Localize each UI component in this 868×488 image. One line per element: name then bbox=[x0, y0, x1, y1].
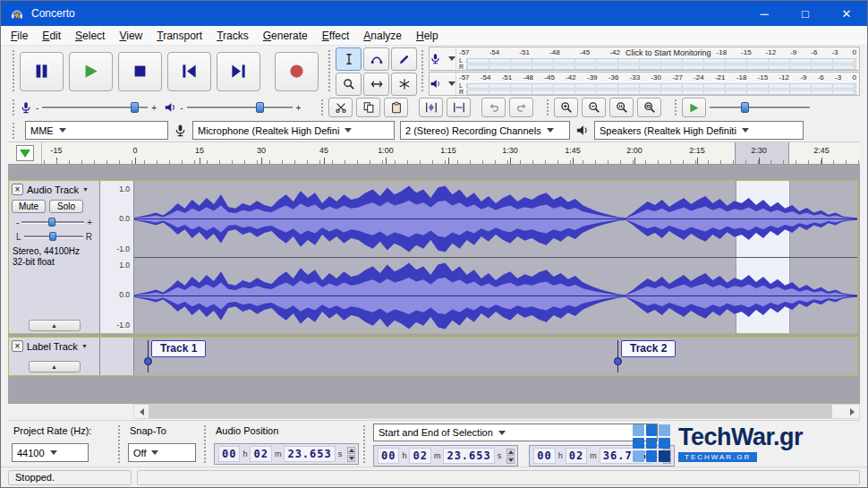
minutes-value[interactable]: 02 bbox=[409, 448, 430, 464]
playback-device-select[interactable]: Speakers (Realtek High Definiti bbox=[594, 121, 804, 140]
transport-toolbar-grip[interactable] bbox=[12, 49, 16, 93]
scroll-left-button[interactable] bbox=[134, 405, 149, 418]
undo-button[interactable] bbox=[481, 98, 506, 117]
monitor-text[interactable]: Click to Start Monitoring bbox=[625, 48, 711, 57]
time-spinner[interactable] bbox=[347, 447, 355, 462]
menu-tracks[interactable]: Tracks bbox=[209, 27, 256, 45]
slider-thumb[interactable] bbox=[256, 102, 264, 113]
meter-toolbar-grip[interactable] bbox=[421, 49, 425, 93]
zoom-in-button[interactable] bbox=[554, 98, 578, 117]
maximize-button[interactable]: □ bbox=[785, 1, 826, 26]
waveform-display[interactable] bbox=[134, 181, 857, 333]
seconds-value[interactable]: 23.653 bbox=[443, 448, 494, 464]
audio-position-field[interactable]: 00h 02m 23.653s bbox=[214, 443, 359, 465]
label-handle-icon[interactable] bbox=[144, 357, 152, 365]
scrollbar-gutter[interactable] bbox=[832, 405, 845, 418]
menu-help[interactable]: Help bbox=[409, 27, 446, 45]
edit-toolbar-grip[interactable] bbox=[320, 98, 325, 116]
recording-volume-slider[interactable] bbox=[42, 101, 148, 114]
recording-meter[interactable]: -57-54-51-48-45-42 Click to Start Monito… bbox=[429, 47, 860, 71]
collapse-track-button[interactable]: ▲ bbox=[29, 320, 81, 331]
toolbar-grip[interactable] bbox=[117, 424, 122, 465]
minimize-button[interactable]: ─ bbox=[744, 1, 785, 26]
play-speed-slider[interactable] bbox=[710, 101, 810, 114]
pan-thumb[interactable] bbox=[49, 232, 56, 241]
pinned-playhead-icon[interactable] bbox=[20, 150, 30, 158]
device-toolbar-grip[interactable] bbox=[12, 122, 16, 139]
trim-audio-button[interactable] bbox=[419, 98, 443, 117]
close-track-button[interactable]: × bbox=[12, 184, 23, 195]
recording-device-select[interactable]: Microphone (Realtek High Defini bbox=[192, 121, 395, 140]
selection-mode-select[interactable]: Start and End of Selection bbox=[373, 424, 658, 441]
audio-host-select[interactable]: MME bbox=[25, 121, 168, 140]
gain-thumb[interactable] bbox=[48, 218, 55, 227]
selection-tool-button[interactable] bbox=[336, 47, 362, 71]
mute-button[interactable]: Mute bbox=[12, 200, 46, 213]
play-at-speed-grip[interactable] bbox=[674, 98, 678, 116]
mixer-toolbar-grip[interactable] bbox=[12, 98, 16, 116]
menu-transport[interactable]: Transport bbox=[149, 27, 209, 45]
recording-meter-dropdown[interactable] bbox=[430, 47, 456, 70]
toolbar-grip[interactable] bbox=[362, 424, 367, 465]
seconds-value[interactable]: 23.653 bbox=[284, 446, 335, 462]
recording-channels-select[interactable]: 2 (Stereo) Recording Channels bbox=[400, 121, 570, 140]
zoom-toolbar-grip[interactable] bbox=[546, 98, 550, 116]
close-button[interactable]: ✕ bbox=[826, 1, 867, 26]
playback-meter[interactable]: -57-54-51-48-45-42-39-36-33-30-27-24-21-… bbox=[429, 72, 860, 96]
menu-edit[interactable]: Edit bbox=[35, 27, 68, 45]
play-button[interactable] bbox=[69, 52, 113, 91]
collapse-track-button[interactable]: ▲ bbox=[29, 361, 81, 372]
minutes-value[interactable]: 02 bbox=[566, 448, 587, 464]
vertical-scale-ruler[interactable]: 1.0 0.0 -1.0 1.0 0.0 -1.0 bbox=[100, 181, 134, 333]
pan-slider[interactable] bbox=[24, 231, 83, 242]
spin-up-icon[interactable] bbox=[347, 447, 355, 454]
label-flag[interactable]: Track 2 bbox=[617, 340, 676, 374]
multi-tool-button[interactable] bbox=[391, 73, 417, 96]
label-text[interactable]: Track 1 bbox=[151, 340, 206, 357]
gain-slider[interactable] bbox=[21, 217, 84, 227]
envelope-tool-button[interactable] bbox=[363, 47, 389, 71]
menu-effect[interactable]: Effect bbox=[315, 27, 356, 45]
track-menu-arrow-icon[interactable]: ▼ bbox=[82, 186, 89, 193]
scroll-right-button[interactable] bbox=[845, 405, 859, 418]
copy-button[interactable] bbox=[356, 98, 380, 117]
track-menu-arrow-icon[interactable]: ▼ bbox=[81, 343, 88, 349]
close-track-button[interactable]: × bbox=[12, 340, 23, 352]
menu-view[interactable]: View bbox=[112, 27, 149, 45]
label-handle-icon[interactable] bbox=[614, 357, 622, 365]
spin-down-icon[interactable] bbox=[506, 457, 515, 464]
track-title[interactable]: Label Track bbox=[27, 341, 78, 352]
solo-button[interactable]: Solo bbox=[49, 200, 83, 213]
selection-start-field[interactable]: 00h 02m 23.653s bbox=[373, 445, 518, 467]
zoom-to-selection-button[interactable] bbox=[609, 98, 634, 117]
hours-value[interactable]: 00 bbox=[218, 446, 240, 462]
slider-thumb[interactable] bbox=[741, 102, 749, 113]
hours-value[interactable]: 00 bbox=[378, 448, 399, 464]
quick-play-box[interactable] bbox=[8, 142, 42, 164]
spin-down-icon[interactable] bbox=[347, 455, 355, 462]
minutes-value[interactable]: 02 bbox=[250, 446, 271, 462]
slider-thumb[interactable] bbox=[131, 102, 139, 113]
scrollbar-thumb[interactable] bbox=[149, 405, 832, 418]
menu-file[interactable]: File bbox=[4, 27, 35, 45]
horizontal-scrollbar[interactable] bbox=[133, 404, 860, 419]
snap-to-select[interactable]: Off bbox=[128, 443, 196, 462]
menu-analyze[interactable]: Analyze bbox=[356, 27, 409, 45]
hours-value[interactable]: 00 bbox=[533, 448, 555, 464]
play-at-speed-button[interactable] bbox=[682, 98, 706, 117]
toolbar-grip[interactable] bbox=[203, 424, 208, 465]
label-text[interactable]: Track 2 bbox=[621, 340, 676, 357]
zoom-out-button[interactable] bbox=[582, 98, 606, 117]
redo-button[interactable] bbox=[509, 98, 533, 117]
time-shift-tool-button[interactable] bbox=[363, 73, 389, 96]
spin-up-icon[interactable] bbox=[506, 449, 515, 456]
skip-to-start-button[interactable] bbox=[167, 52, 211, 91]
track-title[interactable]: Audio Track bbox=[27, 184, 79, 195]
playback-meter-dropdown[interactable] bbox=[430, 73, 456, 95]
fit-project-button[interactable] bbox=[637, 98, 661, 117]
timeline-ruler[interactable]: -1501530451:001:151:301:452:002:152:302:… bbox=[8, 141, 860, 165]
label-area[interactable]: Track 1Track 2 bbox=[134, 338, 857, 375]
stop-button[interactable] bbox=[118, 52, 162, 91]
playback-volume-slider[interactable] bbox=[187, 101, 293, 114]
record-button[interactable] bbox=[275, 52, 319, 91]
